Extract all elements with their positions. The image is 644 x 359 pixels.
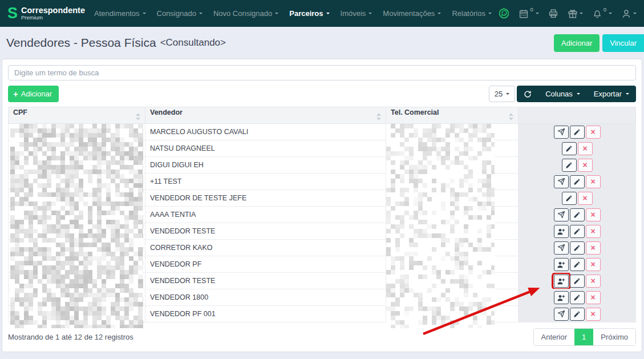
delete-button[interactable]: × xyxy=(586,275,601,288)
brand-logo[interactable]: S Correspondente Premium xyxy=(7,6,85,21)
send-button[interactable] xyxy=(554,126,569,139)
user-add-button[interactable] xyxy=(554,275,569,288)
sort-icon xyxy=(509,113,513,122)
user-icon[interactable] xyxy=(621,9,637,19)
edit-button[interactable] xyxy=(570,225,585,238)
vincular-button[interactable]: Vincular xyxy=(602,34,644,52)
chevron-down-icon xyxy=(626,93,629,95)
edit-icon xyxy=(573,277,581,285)
edit-icon xyxy=(565,162,573,169)
send-icon xyxy=(557,244,565,252)
edit-button[interactable] xyxy=(562,142,577,155)
vendedor-cell: DIGUI DIGUI EH xyxy=(145,157,386,174)
delete-button[interactable]: × xyxy=(578,192,593,205)
send-button[interactable] xyxy=(554,175,569,188)
nav-item-atendimentos[interactable]: Atendimentos xyxy=(94,9,146,18)
edit-icon xyxy=(573,178,581,185)
printer-icon[interactable] xyxy=(548,9,558,19)
nav-menu: AtendimentosConsignadoNovo ConsignadoPar… xyxy=(94,9,492,18)
chevron-down-icon xyxy=(438,13,441,14)
nav-item-parceiros[interactable]: Parceiros xyxy=(289,9,329,18)
delete-icon: × xyxy=(590,293,595,301)
content-panel: + Adicionar 25 Colunas Exportar xyxy=(2,59,642,352)
user-add-button[interactable] xyxy=(554,291,569,304)
nav-item-imóveis[interactable]: Imóveis xyxy=(341,9,372,18)
edit-button[interactable] xyxy=(570,126,585,139)
nav-item-consignado[interactable]: Consignado xyxy=(157,9,202,18)
tel-cell-redacted xyxy=(386,157,519,174)
nav-item-label: Movimentações xyxy=(383,9,435,18)
plus-icon: + xyxy=(13,90,18,98)
previous-page-button[interactable]: Anterior xyxy=(534,329,575,345)
nav-item-label: Atendimentos xyxy=(94,9,140,18)
delete-button[interactable]: × xyxy=(586,208,601,221)
delete-button[interactable]: × xyxy=(586,126,601,139)
table-row: +11 TEST× xyxy=(9,174,636,190)
edit-icon xyxy=(573,128,581,136)
columns-button[interactable]: Colunas xyxy=(538,86,587,102)
delete-button[interactable]: × xyxy=(586,225,601,238)
cpf-cell-redacted xyxy=(9,207,145,223)
user-add-button[interactable] xyxy=(554,225,569,238)
send-button[interactable] xyxy=(554,241,569,255)
vendors-table-wrap: CPF Vendedor Tel. Comercial MARCELO AUGU… xyxy=(8,107,636,322)
actions-cell: × xyxy=(519,306,636,322)
current-page-button[interactable]: 1 xyxy=(574,329,593,345)
add-button[interactable]: + Adicionar xyxy=(8,86,59,102)
edit-button[interactable] xyxy=(570,258,585,271)
tel-cell-redacted xyxy=(386,273,519,289)
vendedor-cell: VENDEDOR PF xyxy=(145,256,386,273)
page-size-select[interactable]: 25 xyxy=(489,86,515,102)
actions-cell: × xyxy=(519,140,636,157)
edit-button[interactable] xyxy=(562,159,577,172)
table-row: VENDEDOR PF 001× xyxy=(9,306,636,322)
delete-icon: × xyxy=(590,211,595,219)
edit-button[interactable] xyxy=(570,241,585,255)
gift-icon[interactable] xyxy=(568,9,583,19)
next-page-button[interactable]: Próximo xyxy=(593,329,635,345)
edit-button[interactable] xyxy=(562,192,577,205)
nav-item-label: Parceiros xyxy=(289,9,323,18)
user-add-button[interactable] xyxy=(554,258,569,271)
edit-button[interactable] xyxy=(570,291,585,304)
delete-button[interactable]: × xyxy=(586,175,601,188)
actions-cell: × xyxy=(519,240,636,256)
adicionar-button[interactable]: Adicionar xyxy=(554,34,600,52)
brand-name: Correspondente xyxy=(21,6,85,15)
refresh-button[interactable] xyxy=(517,86,538,102)
delete-button[interactable]: × xyxy=(586,241,601,255)
cpf-cell-redacted xyxy=(9,256,145,273)
nav-item-label: Relatórios xyxy=(452,9,485,18)
search-input[interactable] xyxy=(8,65,636,80)
column-header-tel-comercial[interactable]: Tel. Comercial xyxy=(386,107,519,124)
send-button[interactable] xyxy=(554,308,569,321)
edit-button[interactable] xyxy=(570,275,585,288)
user-add-icon xyxy=(557,260,565,269)
nav-item-novo-consignado[interactable]: Novo Consignado xyxy=(213,9,278,18)
vendedor-cell: NATSU DRAGNEEL xyxy=(145,140,386,157)
cpf-cell-redacted xyxy=(9,289,145,306)
vendedor-cell: VENDEDOR TESTE xyxy=(145,273,386,289)
edit-button[interactable] xyxy=(570,175,585,188)
column-header-vendedor[interactable]: Vendedor xyxy=(145,107,386,124)
delete-icon: × xyxy=(590,128,595,136)
nav-item-movimentações[interactable]: Movimentações xyxy=(383,9,441,18)
column-header-cpf[interactable]: CPF xyxy=(9,107,145,124)
delete-button[interactable]: × xyxy=(586,258,601,271)
delete-button[interactable]: × xyxy=(578,142,593,155)
send-button[interactable] xyxy=(554,208,569,221)
edit-button[interactable] xyxy=(570,208,585,221)
delete-button[interactable]: × xyxy=(586,291,601,304)
tel-cell-redacted xyxy=(386,207,519,223)
export-button[interactable]: Exportar xyxy=(587,86,636,102)
edit-button[interactable] xyxy=(570,308,585,321)
user-add-icon xyxy=(557,277,565,285)
bell-icon[interactable]: 0 xyxy=(592,9,612,19)
delete-icon: × xyxy=(590,244,595,252)
delete-button[interactable]: × xyxy=(578,159,593,172)
delete-button[interactable]: × xyxy=(586,308,601,321)
nav-item-relatórios[interactable]: Relatórios xyxy=(452,9,492,18)
whatsapp-icon[interactable] xyxy=(499,8,509,19)
calendar-icon[interactable]: 0 xyxy=(519,9,538,19)
vendedor-cell: VENDEDOR 1800 xyxy=(145,289,386,306)
